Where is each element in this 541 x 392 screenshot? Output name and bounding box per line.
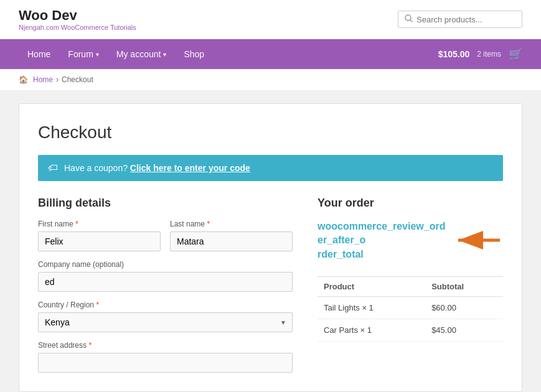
first-name-group: First name * [38, 220, 161, 251]
product-col-header: Product [318, 277, 425, 297]
last-name-group: Last name * [170, 220, 293, 251]
home-icon: 🏠 [19, 75, 28, 84]
company-input[interactable] [38, 272, 293, 292]
chevron-down-icon: ▾ [163, 51, 166, 58]
nav-item-home[interactable]: Home [19, 39, 59, 69]
last-name-input[interactable] [170, 231, 293, 251]
search-box[interactable] [398, 11, 522, 28]
breadcrumb-current: Checkout [62, 75, 93, 84]
country-label: Country / Region * [38, 301, 293, 309]
order-section-title: Your order [318, 197, 503, 210]
billing-section-title: Billing details [38, 197, 293, 210]
street-group: Street address * [38, 341, 293, 373]
country-select[interactable]: Kenya Uganda Tanzania United States [38, 312, 293, 332]
last-name-label: Last name * [170, 220, 293, 228]
site-tagline: Njengah.com WooCommerce Tutorials [19, 24, 136, 31]
product-cell: Car Parts × 1 [318, 319, 425, 342]
cart-icon[interactable]: 🛒 [509, 47, 522, 61]
billing-column: Billing details First name * Last name * [38, 197, 293, 373]
street-input[interactable] [38, 353, 293, 373]
nav-right: $105.00 2 items 🛒 [438, 47, 522, 61]
name-row: First name * Last name * [38, 220, 293, 251]
checkout-title: Checkout [38, 123, 503, 142]
table-row: Tail Lights × 1$60.00 [318, 297, 503, 319]
table-row: Car Parts × 1$45.00 [318, 319, 503, 342]
company-group: Company name (optional) [38, 260, 293, 292]
checkout-card: Checkout 🏷 Have a coupon? Click here to … [19, 103, 522, 392]
site-branding: Woo Dev Njengah.com WooCommerce Tutorial… [19, 7, 136, 31]
hook-text-block: woocommerce_review_order_after_o rder_to… [318, 220, 503, 269]
order-table: Product Subtotal Tail Lights × 1$60.00Ca… [318, 276, 503, 342]
country-select-wrapper: Kenya Uganda Tanzania United States [38, 312, 293, 332]
coupon-icon: 🏷 [48, 162, 58, 174]
cart-count: 2 items [477, 50, 501, 58]
main-content: Checkout 🏷 Have a coupon? Click here to … [0, 91, 541, 392]
chevron-down-icon: ▾ [96, 51, 99, 58]
site-nav: Home Forum ▾ My account ▾ Shop $105.00 2… [0, 39, 541, 69]
nav-item-forum[interactable]: Forum ▾ [59, 39, 107, 69]
order-column: Your order woocommerce_review_order_afte… [318, 197, 503, 373]
breadcrumb-home[interactable]: Home [33, 75, 53, 84]
checkout-columns: Billing details First name * Last name * [38, 197, 503, 373]
first-name-label: First name * [38, 220, 161, 228]
coupon-link[interactable]: Click here to enter your code [130, 163, 250, 173]
cart-total: $105.00 [438, 49, 470, 59]
breadcrumb: 🏠 Home › Checkout [0, 69, 541, 91]
svg-line-1 [410, 20, 412, 22]
coupon-banner: 🏷 Have a coupon? Click here to enter you… [38, 155, 503, 181]
subtotal-col-header: Subtotal [425, 277, 503, 297]
country-group: Country / Region * Kenya Uganda Tanzania… [38, 301, 293, 332]
site-header: Woo Dev Njengah.com WooCommerce Tutorial… [0, 0, 541, 39]
arrow-graphic [453, 231, 503, 251]
nav-item-myaccount[interactable]: My account ▾ [108, 39, 176, 69]
coupon-text: Have a coupon? Click here to enter your … [64, 163, 250, 173]
company-label: Company name (optional) [38, 260, 293, 269]
breadcrumb-separator: › [56, 75, 59, 84]
first-name-input[interactable] [38, 231, 161, 251]
hook-text: woocommerce_review_order_after_o rder_to… [318, 220, 448, 261]
product-cell: Tail Lights × 1 [318, 297, 425, 319]
nav-left: Home Forum ▾ My account ▾ Shop [19, 39, 213, 69]
search-icon [405, 14, 413, 24]
site-title: Woo Dev [19, 7, 136, 24]
nav-item-shop[interactable]: Shop [175, 39, 213, 69]
street-label: Street address * [38, 341, 293, 350]
subtotal-cell: $45.00 [425, 319, 503, 342]
subtotal-cell: $60.00 [425, 297, 503, 319]
search-input[interactable] [416, 15, 515, 24]
